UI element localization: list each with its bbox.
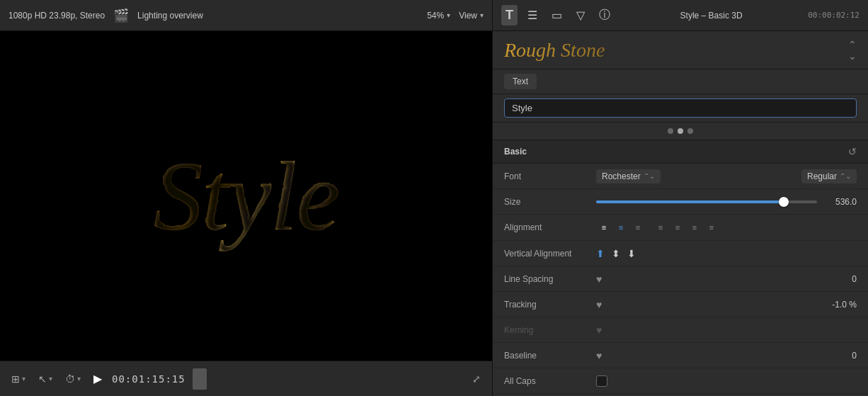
align-left-icon: ≡ <box>602 223 606 232</box>
align-center-icon: ≡ <box>619 223 623 232</box>
valign-top-button[interactable]: ⬆ <box>596 248 605 259</box>
alignment-row: Alignment ≡ ≡ ≡ ≡ ≡ <box>493 215 868 241</box>
right-toolbar: T ☰ ▭ ▽ ⓘ Style – Basic 3D 00:00:02:12 <box>493 0 868 31</box>
align-justify-button[interactable]: ≡ <box>653 220 668 235</box>
vertical-alignment-controls: ⬆ ⬍ ⬇ <box>596 248 857 259</box>
reset-basic-button[interactable]: ↺ <box>848 146 857 157</box>
view-control[interactable]: View ▾ <box>459 11 484 21</box>
tracking-row: Tracking ♥ -1.0 % <box>493 292 868 317</box>
line-spacing-value: 0 <box>821 274 857 284</box>
tool-select-button[interactable]: ↖ ▾ <box>35 372 55 386</box>
all-caps-checkbox[interactable] <box>596 375 607 387</box>
size-slider-thumb[interactable] <box>779 197 789 207</box>
size-slider-track[interactable] <box>596 200 817 203</box>
line-spacing-keyframe-icon[interactable]: ♥ <box>596 273 602 285</box>
baseline-keyframe-icon[interactable]: ♥ <box>596 350 602 361</box>
zoom-chevron-icon: ▾ <box>447 11 450 19</box>
zoom-value: 54% <box>427 11 444 21</box>
video-panel: 1080p HD 23.98p, Stereo 🎬 Lighting overv… <box>0 0 492 396</box>
filter-tool-button[interactable]: ▽ <box>572 6 589 25</box>
alignment-buttons: ≡ ≡ ≡ ≡ ≡ ≡ <box>596 220 719 235</box>
size-value: 536.0 <box>821 197 857 207</box>
all-caps-label: All Caps <box>504 376 596 386</box>
baseline-value: 0 <box>821 351 857 361</box>
align-tool-button[interactable]: ☰ <box>523 6 542 25</box>
tool-chevron: ▾ <box>49 375 52 383</box>
fullscreen-icon: ⤢ <box>472 373 481 385</box>
vertical-alignment-label: Vertical Alignment <box>504 249 596 259</box>
all-caps-row: All Caps <box>493 368 868 394</box>
preview-text: Style <box>153 139 338 253</box>
timecode-display: 00:01:15:15 <box>112 373 185 385</box>
video-info: 1080p HD 23.98p, Stereo <box>8 11 105 21</box>
align-justify4-button[interactable]: ≡ <box>704 220 719 235</box>
tab-text[interactable]: Text <box>504 74 537 89</box>
speed-chevron: ▾ <box>77 375 81 383</box>
align-justify-icon: ≡ <box>658 223 663 232</box>
font-family-value: Rochester <box>602 171 641 181</box>
view-chevron-icon: ▾ <box>480 11 484 19</box>
properties-area: Basic ↺ Font Rochester ⌃⌄ Regular ⌃⌄ Siz… <box>493 140 868 396</box>
font-controls: Rochester ⌃⌄ Regular ⌃⌄ <box>596 169 857 183</box>
info-tool-button[interactable]: ⓘ <box>595 5 615 26</box>
basic-section-header: Basic ↺ <box>493 140 868 164</box>
size-controls: 536.0 <box>596 197 857 207</box>
speed-button[interactable]: ⏱ ▾ <box>62 372 84 386</box>
tracking-value: -1.0 % <box>821 300 857 310</box>
kerning-controls: ♥ <box>596 324 857 336</box>
basic-section-title: Basic <box>504 147 527 157</box>
baseline-controls: ♥ 0 <box>596 350 857 361</box>
video-toolbar: 1080p HD 23.98p, Stereo 🎬 Lighting overv… <box>0 0 492 31</box>
tabs-row: Text <box>493 69 868 94</box>
align-right-button[interactable]: ≡ <box>630 220 646 235</box>
vertical-alignment-buttons: ⬆ ⬍ ⬇ <box>596 248 636 259</box>
right-panel: T ☰ ▭ ▽ ⓘ Style – Basic 3D 00:00:02:12 R… <box>492 0 868 396</box>
align-tool-icon: ☰ <box>527 9 537 21</box>
align-left-button[interactable]: ≡ <box>596 220 612 235</box>
tracking-controls: ♥ -1.0 % <box>596 299 857 310</box>
align-center-button[interactable]: ≡ <box>613 220 629 235</box>
style-input-row: Style <box>493 94 868 123</box>
align-justify2-icon: ≡ <box>675 223 680 232</box>
kerning-row: Kerning ♥ <box>493 317 868 343</box>
style-input-value: Style <box>512 103 532 113</box>
align-justify2-button[interactable]: ≡ <box>670 220 685 235</box>
style-input[interactable]: Style <box>504 98 857 118</box>
baseline-label: Baseline <box>504 351 596 361</box>
dot-1 <box>668 128 673 134</box>
kerning-keyframe-icon[interactable]: ♥ <box>596 324 602 336</box>
dot-3 <box>687 128 693 134</box>
style-tool-icon: ▭ <box>552 9 562 21</box>
align-justify3-button[interactable]: ≡ <box>687 220 702 235</box>
font-family-arrow-icon: ⌃⌄ <box>644 172 655 180</box>
fullscreen-button[interactable]: ⤢ <box>469 372 484 386</box>
style-tool-button[interactable]: ▭ <box>547 6 566 25</box>
baseline-row: Baseline ♥ 0 <box>493 343 868 368</box>
zoom-control[interactable]: 54% ▾ <box>427 11 450 21</box>
film-icon: 🎬 <box>113 8 129 23</box>
play-button[interactable]: ▶ <box>91 370 105 387</box>
style-name: Rough Stone <box>504 39 848 62</box>
align-justify4-icon: ≡ <box>709 223 714 232</box>
font-row: Font Rochester ⌃⌄ Regular ⌃⌄ <box>493 164 868 189</box>
tracking-label: Tracking <box>504 300 596 310</box>
font-family-picker[interactable]: Rochester ⌃⌄ <box>596 169 661 183</box>
video-controls: ⊞ ▾ ↖ ▾ ⏱ ▾ ▶ 00:01:15:15 ⤢ <box>0 361 492 396</box>
valign-middle-button[interactable]: ⬍ <box>612 248 620 259</box>
inspector-title: Style – Basic 3D <box>620 11 802 21</box>
dot-2 <box>678 128 683 134</box>
timeline-position-bar[interactable] <box>193 368 207 390</box>
align-right-icon: ≡ <box>636 223 640 232</box>
size-slider-container <box>596 200 817 203</box>
tab-text-label: Text <box>513 77 528 86</box>
text-tool-button[interactable]: T <box>501 5 518 26</box>
line-spacing-row: Line Spacing ♥ 0 <box>493 266 868 292</box>
font-style-picker[interactable]: Regular ⌃⌄ <box>801 169 857 183</box>
kerning-label: Kerning <box>504 325 596 335</box>
resolution-label: 1080p HD 23.98p, Stereo <box>8 11 105 21</box>
valign-bottom-button[interactable]: ⬇ <box>627 248 636 259</box>
view-mode-button[interactable]: ⊞ ▾ <box>8 372 28 386</box>
speed-icon: ⏱ <box>65 373 75 385</box>
expand-button[interactable]: ⌃⌄ <box>848 39 857 62</box>
tracking-keyframe-icon[interactable]: ♥ <box>596 299 602 310</box>
